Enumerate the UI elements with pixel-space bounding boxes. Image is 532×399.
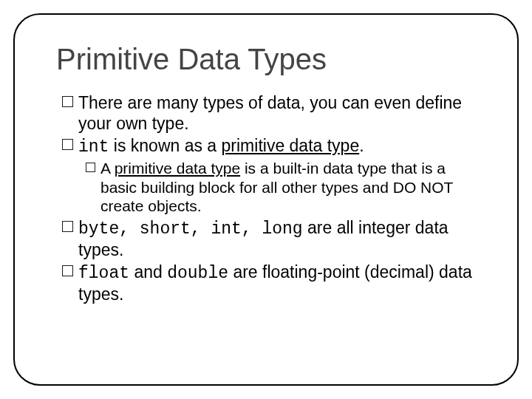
text: is known as a <box>109 136 221 155</box>
underlined-text: primitive data type <box>115 160 240 177</box>
text: . <box>359 136 364 155</box>
underlined-text: primitive data type <box>222 136 360 155</box>
bullet-list: There are many types of data, you can ev… <box>62 92 482 304</box>
sub-bullet-list: A primitive data type is a built-in data… <box>86 159 482 216</box>
code-text: byte, short, int, long <box>78 219 303 239</box>
code-text: double <box>167 264 228 283</box>
text: There are many types of data, you can ev… <box>78 93 462 133</box>
slide-body: There are many types of data, you can ev… <box>62 92 482 304</box>
slide: Primitive Data Types There are many type… <box>0 0 532 399</box>
list-item: float and double are floating-point (dec… <box>62 262 482 304</box>
list-item: int is known as a primitive data type. A… <box>62 135 482 216</box>
list-item: byte, short, int, long are all integer d… <box>62 217 482 260</box>
text: A <box>100 160 115 177</box>
text: and <box>129 262 167 282</box>
list-item: A primitive data type is a built-in data… <box>86 159 482 216</box>
code-text: float <box>78 264 129 283</box>
list-item: There are many types of data, you can ev… <box>62 92 482 134</box>
slide-title: Primitive Data Types <box>56 43 489 76</box>
code-text: int <box>78 137 109 157</box>
